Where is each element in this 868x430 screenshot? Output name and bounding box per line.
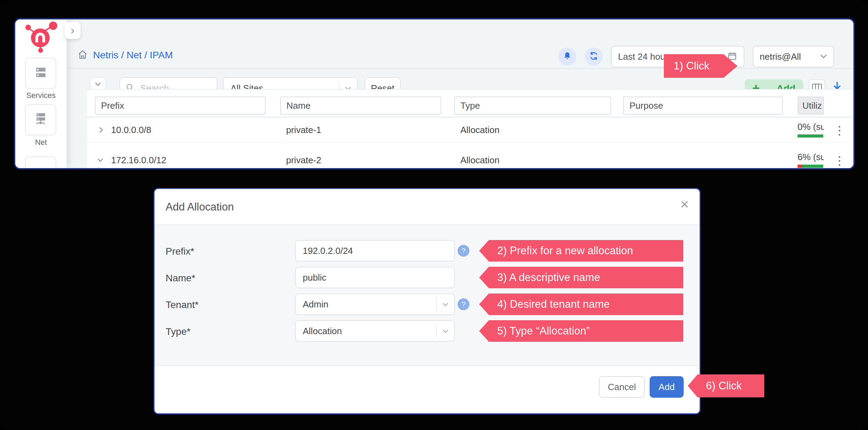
annotation-step3: 3) A descriptive name	[479, 267, 683, 288]
refresh-button[interactable]	[585, 48, 603, 66]
net-icon	[33, 111, 49, 129]
tenant-select[interactable]: Admin	[295, 293, 455, 315]
sidebar: Services Net	[15, 19, 67, 168]
refresh-icon	[589, 51, 599, 62]
table-row[interactable]: 10.0.0.0/8 private-1 Allocation 0% (su ⋮	[87, 117, 855, 142]
name-input[interactable]: public	[295, 267, 455, 288]
chevron-down-icon	[442, 303, 449, 306]
type-select-value: Allocation	[303, 326, 342, 337]
modal-footer-divider	[155, 365, 700, 366]
cell-utilization: 6% (su	[798, 152, 824, 168]
annotation-step3-label: 3) A descriptive name	[497, 271, 600, 284]
annotation-step4: 4) Desired tenant name	[479, 293, 683, 315]
netris-logo[interactable]	[23, 22, 59, 55]
annotation-step6-label: 6) Click	[706, 380, 742, 392]
annotation-step1-label: 1) Click	[674, 60, 709, 72]
tenant-select-value: Admin	[303, 299, 328, 310]
modal-add-button[interactable]: Add	[650, 376, 684, 398]
home-icon[interactable]	[77, 49, 88, 61]
modal-title: Add Allocation	[166, 201, 234, 213]
type-field-label: Type*	[166, 326, 191, 337]
column-header-utilization: Utiliz	[798, 97, 824, 115]
column-filter-type[interactable]: Type	[454, 97, 611, 115]
sidebar-expand-button[interactable]: ›	[65, 22, 81, 39]
utilization-text: 0% (su	[798, 122, 824, 132]
help-icon[interactable]: ?	[458, 298, 469, 310]
annotation-step5: 5) Type “Allocation”	[479, 320, 683, 342]
cell-name: private-2	[286, 155, 321, 166]
row-actions-menu-icon[interactable]: ⋮	[834, 127, 845, 134]
column-filter-name[interactable]: Name	[280, 97, 441, 115]
collapse-row-icon[interactable]	[96, 156, 105, 164]
add-allocation-modal: Add Allocation ✕ Prefix* 192.0.2.0/24 ? …	[153, 188, 701, 414]
close-icon[interactable]: ✕	[680, 198, 689, 211]
tenant-field-label: Tenant*	[166, 299, 199, 311]
header-divider	[67, 68, 853, 69]
utilization-text: 6% (su	[798, 152, 824, 163]
type-select[interactable]: Allocation	[295, 320, 455, 342]
cell-prefix: 172.16.0.0/12	[111, 155, 166, 166]
screenshot-canvas: Netris / Net / IPAM	[0, 0, 868, 430]
notifications-button[interactable]	[558, 48, 576, 66]
cell-utilization: 0% (su	[798, 122, 824, 138]
row-actions-menu-icon[interactable]: ⋮	[834, 157, 845, 164]
sidebar-item-net[interactable]	[25, 104, 56, 135]
name-field-label: Name*	[166, 273, 195, 284]
expand-row-icon[interactable]	[97, 126, 105, 134]
tenant-scope-select[interactable]: netris@All	[753, 46, 834, 67]
utilization-bar	[798, 134, 823, 138]
annotation-step1: 1) Click	[664, 54, 737, 78]
ipam-table: Prefix Name Type Purpose Utiliz 10.0.0.0…	[87, 89, 855, 169]
utilization-bar	[798, 165, 823, 168]
prefix-input[interactable]: 192.0.2.0/24	[295, 240, 455, 262]
column-filter-purpose[interactable]: Purpose	[623, 97, 783, 115]
chevron-down-icon	[820, 53, 827, 60]
sidebar-item-services[interactable]	[25, 58, 56, 89]
expanded-row-tree-line	[98, 167, 99, 169]
app-window: Netris / Net / IPAM	[14, 18, 855, 169]
chevron-right-icon: ›	[70, 24, 74, 36]
table-row[interactable]: 172.16.0.0/12 private-2 Allocation 6% (s…	[87, 143, 855, 169]
date-range-value: Last 24 hour	[618, 51, 668, 62]
chevron-down-icon	[442, 329, 449, 333]
bell-icon	[562, 51, 572, 62]
breadcrumb[interactable]: Netris / Net / IPAM	[77, 47, 173, 64]
cell-type: Allocation	[460, 125, 500, 135]
cancel-button[interactable]: Cancel	[599, 376, 645, 398]
annotation-step5-label: 5) Type “Allocation”	[497, 325, 590, 337]
services-icon	[33, 65, 49, 82]
modal-body: Prefix* 192.0.2.0/24 ? 2) Prefix for a n…	[155, 225, 700, 365]
select-divider	[436, 325, 437, 337]
sidebar-item-partial[interactable]	[25, 156, 56, 169]
cell-name: private-1	[286, 125, 321, 135]
annotation-step2: 2) Prefix for a new allocation	[479, 240, 683, 262]
breadcrumb-path: Netris / Net / IPAM	[93, 50, 173, 61]
annotation-step6: 6) Click	[688, 374, 764, 397]
annotation-step4-label: 4) Desired tenant name	[497, 298, 610, 311]
cell-prefix: 10.0.0.0/8	[111, 125, 151, 135]
column-filter-prefix[interactable]: Prefix	[95, 97, 266, 115]
tenant-scope-value: netris@All	[760, 51, 801, 62]
annotation-step2-label: 2) Prefix for a new allocation	[497, 245, 633, 257]
help-icon[interactable]: ?	[458, 245, 469, 257]
prefix-field-label: Prefix*	[166, 246, 194, 257]
select-divider	[436, 298, 437, 311]
cell-type: Allocation	[460, 155, 500, 166]
sidebar-item-net-label: Net	[15, 138, 67, 147]
sidebar-item-services-label: Services	[15, 91, 67, 100]
